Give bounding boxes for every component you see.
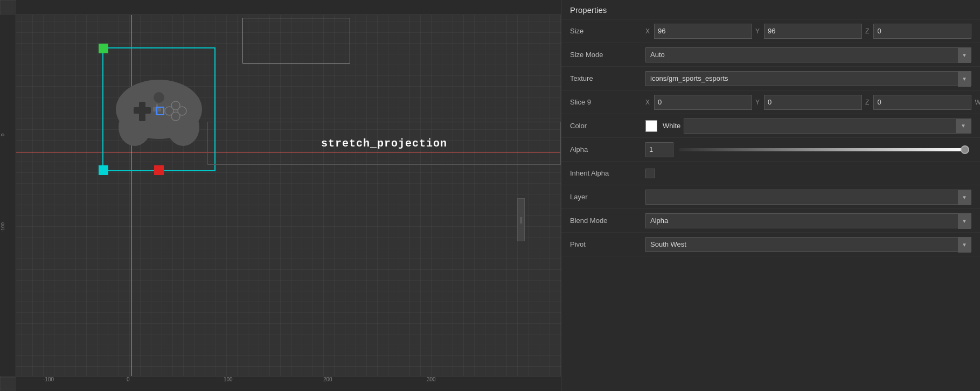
alpha-label: Alpha — [570, 145, 645, 153]
pivot-dropdown-wrap: South West ▼ — [645, 237, 971, 252]
color-swatch[interactable] — [645, 120, 657, 132]
properties-panel: Properties Size X Y Z Size Mode Auto ▼ T… — [561, 0, 980, 391]
pivot-dropdown[interactable]: South West ▼ — [645, 237, 971, 252]
pivot-arrow: ▼ — [958, 238, 971, 253]
alpha-input[interactable] — [645, 142, 673, 157]
blend-mode-dropdown-wrap: Alpha ▼ — [645, 213, 971, 228]
pivot-row: Pivot South West ▼ — [561, 233, 980, 256]
inherit-alpha-row: Inherit Alpha — [561, 162, 980, 185]
size-y-input[interactable] — [764, 24, 862, 39]
inherit-alpha-label: Inherit Alpha — [570, 169, 645, 177]
layer-label: Layer — [570, 193, 645, 201]
svg-point-1 — [119, 108, 151, 146]
sprite-container[interactable] — [102, 47, 216, 171]
texture-label: Texture — [570, 74, 645, 82]
layer-row: Layer ▼ — [561, 185, 980, 209]
alpha-slider-track[interactable] — [679, 148, 969, 151]
blend-mode-dropdown[interactable]: Alpha ▼ — [645, 213, 971, 228]
size-x-label: X — [645, 27, 650, 35]
slice9-y-label: Y — [755, 99, 760, 106]
layer-arrow: ▼ — [958, 190, 971, 205]
slice9-w-label: W — [975, 99, 980, 106]
color-name-text: White — [663, 122, 680, 130]
size-mode-label: Size Mode — [570, 51, 645, 59]
ruler-top — [16, 0, 561, 15]
alpha-row: Alpha — [561, 138, 980, 162]
slice9-x-label: X — [645, 99, 650, 106]
stretch-projection-label: stretch_projection — [207, 122, 561, 165]
color-row: Color White ▼ — [561, 114, 980, 138]
canvas-area[interactable]: 0 -100 -100 0 100 200 300 — [0, 0, 561, 391]
texture-value-text: icons/gm_sports_esports — [650, 74, 956, 82]
panel-title: Properties — [561, 0, 980, 19]
color-label: Color — [570, 122, 645, 130]
size-y-label: Y — [755, 27, 760, 35]
slice9-value: X Y Z W — [645, 95, 980, 110]
texture-dropdown-wrap: icons/gm_sports_esports ▼ — [645, 71, 971, 86]
size-mode-dropdown[interactable]: Auto ▼ — [645, 47, 971, 62]
inherit-alpha-value — [645, 169, 971, 178]
color-dropdown[interactable]: ▼ — [684, 118, 971, 134]
pivot-value-text: South West — [650, 240, 956, 248]
size-z-input[interactable] — [873, 24, 971, 39]
blend-mode-arrow: ▼ — [958, 214, 971, 229]
layer-dropdown-wrap: ▼ — [645, 190, 971, 205]
alpha-value — [645, 142, 971, 157]
size-x-input[interactable] — [654, 24, 752, 39]
texture-row: Texture icons/gm_sports_esports ▼ — [561, 67, 980, 90]
size-mode-value: Auto ▼ — [645, 47, 971, 62]
svg-rect-4 — [134, 107, 151, 114]
texture-dropdown[interactable]: icons/gm_sports_esports ▼ — [645, 71, 971, 86]
size-mode-row: Size Mode Auto ▼ — [561, 43, 980, 67]
controller-svg — [112, 71, 206, 149]
slice9-y-input[interactable] — [764, 95, 862, 110]
color-value: White ▼ — [645, 118, 971, 134]
alpha-slider-thumb[interactable] — [961, 145, 969, 154]
size-row: Size X Y Z — [561, 19, 980, 43]
slice9-z-input[interactable] — [873, 95, 971, 110]
blend-mode-value-text: Alpha — [650, 217, 956, 225]
layer-dropdown[interactable]: ▼ — [645, 190, 971, 205]
slice9-row: Slice 9 X Y Z W — [561, 90, 980, 114]
size-label: Size — [570, 27, 645, 35]
controller-icon — [102, 47, 216, 171]
size-z-label: Z — [865, 27, 869, 35]
layer-value: ▼ — [645, 190, 971, 205]
resize-bar[interactable] — [517, 198, 525, 241]
blend-mode-value: Alpha ▼ — [645, 213, 971, 228]
stretch-projection-text: stretch_projection — [321, 137, 447, 150]
top-outline-rect — [242, 18, 350, 64]
size-mode-dropdown-wrap: Auto ▼ — [645, 47, 971, 62]
color-dropdown-arrow: ▼ — [956, 118, 971, 134]
color-dropdown-wrap: ▼ — [684, 118, 971, 134]
pivot-label: Pivot — [570, 240, 645, 248]
svg-rect-11 — [156, 107, 164, 115]
slice9-x-input[interactable] — [654, 95, 752, 110]
canvas-content: stretch_projection — [16, 15, 561, 376]
pivot-value: South West ▼ — [645, 237, 971, 252]
svg-point-12 — [154, 92, 164, 103]
svg-point-10 — [165, 107, 173, 115]
texture-value: icons/gm_sports_esports ▼ — [645, 71, 971, 86]
inherit-alpha-checkbox[interactable] — [645, 169, 655, 178]
size-mode-value-text: Auto — [650, 51, 956, 59]
ruler-bottom: -100 0 100 200 300 — [16, 376, 561, 391]
blend-mode-row: Blend Mode Alpha ▼ — [561, 209, 980, 233]
slice9-label: Slice 9 — [570, 98, 645, 106]
size-mode-arrow: ▼ — [958, 48, 971, 63]
texture-arrow: ▼ — [958, 72, 971, 87]
size-value: X Y Z — [645, 24, 971, 39]
ruler-left: 0 -100 — [0, 15, 16, 376]
slice9-z-label: Z — [865, 99, 869, 106]
blend-mode-label: Blend Mode — [570, 217, 645, 225]
